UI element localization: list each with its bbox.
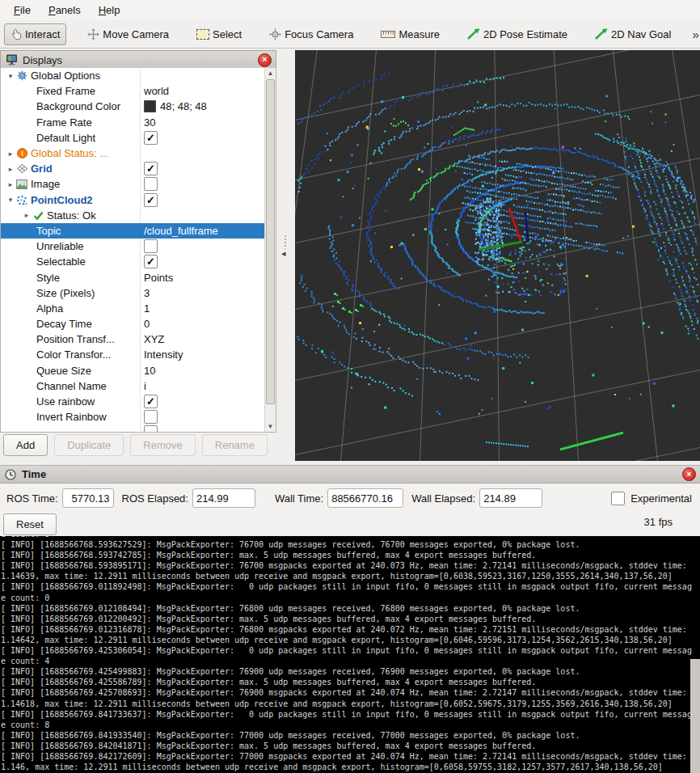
tree-row-use-rainbow[interactable]: Use rainbow✓ — [1, 394, 265, 409]
tree-row-decay-time[interactable]: Decay Time0 — [1, 316, 265, 332]
tree-checkbox[interactable]: ✓ — [144, 131, 158, 145]
wall-elapsed-input[interactable]: 214.89 — [479, 488, 542, 508]
menu-item-file[interactable]: File — [5, 1, 40, 19]
tree-row-topic[interactable]: Topic/cloud_fullframe — [1, 223, 265, 239]
tree-row-label: Use rainbow — [36, 395, 95, 408]
tool-button-move-camera[interactable]: Move Camera — [81, 23, 175, 45]
collapse-arrow-icon[interactable]: ▾ — [6, 196, 15, 204]
tree-row-frame-rate[interactable]: Frame Rate30 — [1, 115, 265, 130]
scrollbar-thumb[interactable] — [266, 79, 275, 404]
tree-row-global-options[interactable]: ▾Global Options — [1, 68, 265, 83]
tree-value-text[interactable]: world — [144, 85, 169, 97]
tree-cell-value: /cloud_fullframe — [144, 223, 265, 239]
tree-checkbox[interactable]: ✓ — [144, 395, 158, 408]
tree-row-invert-rainbow[interactable]: Invert Rainbow — [1, 409, 265, 425]
tree-row-pointcloud2[interactable]: ▾PointCloud2✓ — [1, 192, 265, 208]
tool-button-select[interactable]: Select — [190, 23, 248, 45]
terminal-line: [ INFO] [1688566769.011892498]: MsgPackE… — [1, 581, 700, 592]
tree-value-text[interactable]: 0 — [144, 318, 150, 330]
ros-elapsed-input[interactable]: 214.99 — [192, 488, 255, 508]
tree-cell-value — [144, 409, 265, 425]
tree-row-unreliable[interactable]: Unreliable — [1, 239, 265, 254]
tool-button-focus-camera[interactable]: Focus Camera — [263, 23, 360, 45]
tree-checkbox[interactable] — [144, 410, 158, 424]
reset-button[interactable]: Reset — [3, 513, 57, 535]
displays-close-icon[interactable]: × — [258, 53, 272, 67]
tree-cell-value: XYZ — [144, 332, 265, 347]
tree-row-label: Channel Name — [36, 380, 107, 392]
tree-value-text[interactable]: 1 — [144, 302, 150, 315]
tree-row-position-transformer[interactable]: Position Transf...XYZ — [1, 332, 265, 347]
move-icon — [87, 28, 99, 40]
tree-checkbox[interactable]: ✓ — [144, 255, 158, 268]
tree-row-style[interactable]: StylePoints — [1, 269, 265, 285]
tree-row-color-transformer[interactable]: Color Transfor...Intensity — [1, 347, 265, 362]
tree-row-background-color[interactable]: Background Color48; 48; 48 — [1, 99, 265, 114]
tree-value-text[interactable]: 30 — [144, 116, 155, 129]
tree-row-label: Fixed Frame — [36, 85, 95, 97]
terminal-line: [ INFO] [1688566768.593895171]: MsgPackE… — [1, 560, 700, 571]
tree-value-text[interactable]: 10 — [144, 365, 155, 377]
color-swatch[interactable] — [144, 100, 156, 112]
ros-time-input[interactable]: 5770.13 — [62, 488, 114, 508]
terminal-scrollbar[interactable] — [690, 659, 700, 773]
menu-bar: FilePanelsHelp — [0, 0, 700, 21]
collapse-arrow-icon[interactable]: ▾ — [6, 72, 15, 80]
terminal-line: 1.14639, max time: 12.2911 milliseconds … — [1, 571, 700, 581]
tool-button-nav-goal[interactable]: 2D Nav Goal — [588, 23, 677, 45]
3d-viewport[interactable] — [295, 50, 700, 461]
tree-value-text[interactable]: i — [144, 380, 146, 392]
time-close-icon[interactable]: × — [682, 467, 696, 481]
splitter-collapse-icon[interactable]: ◂ — [281, 248, 286, 259]
tree-checkbox[interactable] — [144, 177, 158, 191]
tree-row-partial-row[interactable] — [1, 425, 265, 433]
tree-cell-value: 3 — [144, 285, 265, 301]
scroll-down-icon[interactable]: ▼ — [265, 421, 276, 432]
scroll-up-icon[interactable]: ▲ — [265, 68, 276, 78]
tool-button-pose-estimate[interactable]: 2D Pose Estimate — [461, 23, 574, 45]
experimental-option: Experimental — [611, 492, 692, 505]
expand-arrow-icon[interactable]: ▸ — [6, 165, 15, 173]
wall-time-input[interactable]: 88566770.16 — [327, 488, 403, 508]
grid-icon — [15, 163, 28, 174]
displays-panel: Displays × ▾Global OptionsFixed Framewor… — [0, 50, 276, 433]
tree-checkbox[interactable]: ✓ — [144, 193, 158, 207]
tree-row-image[interactable]: ▸Image — [1, 176, 265, 192]
tree-row-grid[interactable]: ▸Grid✓ — [1, 161, 265, 176]
tree-row-queue-size[interactable]: Queue Size10 — [1, 363, 265, 378]
tool-button-interact[interactable]: Interact — [4, 23, 66, 45]
toolbar-overflow-chevron[interactable]: » — [692, 27, 698, 41]
tree-checkbox[interactable] — [144, 239, 158, 253]
gear-icon — [15, 70, 28, 81]
tree-value-text[interactable]: Points — [144, 272, 173, 284]
tree-row-size-pixels[interactable]: Size (Pixels)3 — [1, 285, 265, 301]
tree-row-alpha[interactable]: Alpha1 — [1, 301, 265, 316]
expand-arrow-icon[interactable]: ▸ — [6, 150, 15, 158]
tool-button-measure[interactable]: Measure — [374, 23, 446, 45]
tree-row-channel-name[interactable]: Channel Namei — [1, 378, 265, 394]
experimental-checkbox[interactable] — [611, 492, 625, 505]
splitter-grip[interactable] — [284, 234, 287, 249]
tree-row-fixed-frame[interactable]: Fixed Frameworld — [1, 83, 265, 99]
tree-row-status-ok[interactable]: ▸Status: Ok — [1, 208, 265, 223]
add-button[interactable]: Add — [3, 434, 48, 456]
expand-arrow-icon[interactable]: ▸ — [6, 180, 15, 188]
expand-arrow-icon[interactable]: ▸ — [22, 211, 32, 219]
tree-cell-value: 30 — [144, 115, 265, 130]
tree-value-text[interactable]: 3 — [144, 287, 150, 299]
tree-value-text[interactable]: XYZ — [144, 333, 164, 345]
menu-item-help[interactable]: Help — [90, 1, 129, 19]
tree-value-text[interactable]: /cloud_fullframe — [144, 225, 218, 237]
menu-item-panels[interactable]: Panels — [40, 1, 90, 19]
tree-checkbox[interactable] — [144, 425, 158, 433]
tree-row-label: Topic — [36, 225, 61, 237]
tree-row-default-light[interactable]: Default Light✓ — [1, 130, 265, 146]
terminal-line: e count: 0 — [1, 593, 700, 603]
tree-checkbox[interactable]: ✓ — [144, 162, 158, 175]
tree-row-global-status[interactable]: ▸!Global Status: ... — [1, 146, 265, 161]
tree-row-selectable[interactable]: Selectable✓ — [1, 254, 265, 269]
tree-value-text[interactable]: 48; 48; 48 — [160, 100, 207, 112]
tree-value-text[interactable]: Intensity — [144, 348, 183, 361]
panel-splitter[interactable]: ◂ — [276, 50, 295, 461]
tree-scrollbar[interactable]: ▲ ▼ — [264, 68, 276, 432]
